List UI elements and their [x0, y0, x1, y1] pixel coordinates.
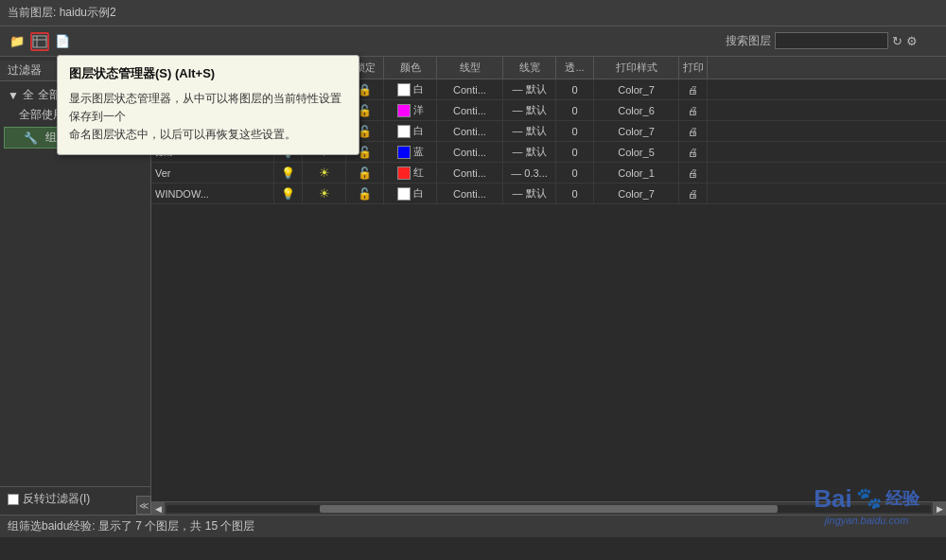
search-input[interactable] — [775, 32, 888, 49]
icon3[interactable]: 📄 — [53, 32, 72, 51]
layer-print-yang[interactable]: 🖨 — [679, 100, 708, 120]
color-swatch — [397, 104, 411, 117]
window-title: 当前图层: haidu示例2 — [8, 5, 116, 21]
baidu-jingyan-text: 经验 — [885, 487, 920, 510]
layer-print-style-ver: Color_1 — [594, 163, 679, 183]
printer-icon: 🖨 — [688, 188, 698, 200]
layer-print-style-eline: Color_7 — [594, 121, 679, 141]
printer-icon: 🖨 — [688, 147, 698, 158]
invert-filter-checkbox[interactable] — [8, 494, 19, 505]
layer-linetype-eline: Conti... — [437, 121, 503, 141]
baidu-paw-icon: 🐾 — [856, 486, 882, 511]
layer-on-ver[interactable]: 💡 — [274, 163, 303, 183]
layer-linetype-ver: Conti... — [437, 163, 503, 183]
lock-open-icon: 🔓 — [358, 187, 372, 201]
layer-trans-text: 0 — [556, 142, 594, 162]
layer-color-yang[interactable]: 洋 — [384, 100, 437, 120]
printer-icon: 🖨 — [688, 126, 698, 137]
layer-trans-0: 0 — [556, 79, 594, 99]
lock-closed-icon: 🔒 — [358, 83, 372, 96]
col-header-trans: 透... — [556, 57, 594, 79]
svg-rect-0 — [33, 36, 46, 47]
tooltip-line2: 命名图层状态中，以后可以再恢复这些设置。 — [69, 128, 296, 141]
printer-icon: 🖨 — [688, 105, 698, 116]
light-icon: 💡 — [281, 166, 295, 180]
collapse-panel-btn[interactable]: ≪ — [136, 496, 151, 515]
layer-color-ver[interactable]: 红 — [384, 163, 437, 183]
layer-linetype-text: Conti... — [437, 142, 503, 162]
col-header-color: 颜色 — [384, 57, 437, 79]
layer-trans-yang: 0 — [556, 100, 594, 120]
layer-color-text[interactable]: 蓝 — [384, 142, 437, 162]
layer-lineweight-ver: — 0.3... — [503, 163, 556, 183]
layer-color-eline[interactable]: 白 — [384, 121, 437, 141]
top-bar: 当前图层: haidu示例2 — [0, 0, 946, 26]
tooltip-body: 显示图层状态管理器，从中可以将图层的当前特性设置保存到一个 命名图层状态中，以后… — [69, 90, 347, 145]
col-header-linetype: 线型 — [437, 57, 503, 79]
layer-print-style-text: Color_5 — [594, 142, 679, 162]
printer-icon: 🖨 — [688, 167, 698, 179]
tooltip-line1: 显示图层状态管理器，从中可以将图层的当前特性设置保存到一个 — [69, 92, 342, 123]
layer-freeze-window[interactable]: ☀ — [303, 184, 346, 203]
lock-open-icon: 🔓 — [358, 146, 372, 159]
layer-on-window[interactable]: 💡 — [274, 184, 303, 203]
search-area: 搜索图层 ↻ ⚙ — [726, 32, 918, 49]
scroll-thumb[interactable] — [320, 505, 779, 513]
folder-icon[interactable]: 📁 — [8, 32, 26, 51]
scroll-left-btn[interactable]: ◀ — [151, 502, 165, 516]
layer-lineweight-eline: — 默认 — [503, 121, 556, 141]
col-header-print-style: 打印样式 — [594, 57, 679, 79]
layer-lineweight-0: — 默认 — [503, 79, 556, 99]
filter-all-label: 全 — [23, 87, 34, 103]
layer-color-window[interactable]: 白 — [384, 184, 437, 203]
table-row[interactable]: WINDOW... 💡 ☀ 🔓 白 Conti... — 默认 0 Color_… — [151, 184, 946, 204]
invert-filter-label: 反转过滤器(I) — [23, 491, 90, 507]
color-swatch — [397, 125, 411, 138]
baidu-url: jingyan.baidu.com — [825, 514, 909, 527]
layer-trans-eline: 0 — [556, 121, 594, 141]
layer-state-icon[interactable] — [30, 32, 49, 51]
layer-lineweight-yang: — 默认 — [503, 100, 556, 120]
layer-print-style-window: Color_7 — [594, 184, 679, 203]
layer-name-window: WINDOW... — [151, 184, 274, 203]
lock-open-icon: 🔓 — [358, 104, 372, 117]
color-swatch — [397, 166, 411, 180]
refresh-icon[interactable]: ↻ — [892, 34, 902, 48]
layer-linetype-window: Conti... — [437, 184, 503, 203]
layer-print-ver[interactable]: 🖨 — [679, 163, 708, 183]
layer-lineweight-window: — 默认 — [503, 184, 556, 203]
layer-trans-window: 0 — [556, 184, 594, 203]
light-icon: 💡 — [281, 187, 295, 201]
layer-color-0[interactable]: 白 — [384, 79, 437, 99]
layer-lock-ver[interactable]: 🔓 — [346, 163, 384, 183]
layer-print-style-yang: Color_6 — [594, 100, 679, 120]
lock-open-icon: 🔓 — [358, 166, 372, 180]
tooltip-title: 图层状态管理器(S) (Alt+S) — [69, 65, 347, 82]
layer-lineweight-text: — 默认 — [503, 142, 556, 162]
table-row[interactable]: Ver 💡 ☀ 🔓 红 Conti... — 0.3... 0 Color_1 … — [151, 163, 946, 184]
sun-icon-freeze: ☀ — [319, 186, 330, 201]
layer-trans-ver: 0 — [556, 163, 594, 183]
layer-linetype-0: Conti... — [437, 79, 503, 99]
baidu-logo: Bai 🐾 经验 — [814, 484, 919, 514]
color-swatch — [397, 83, 411, 96]
layer-print-eline[interactable]: 🖨 — [679, 121, 708, 141]
baidu-watermark: Bai 🐾 经验 jingyan.baidu.com — [791, 477, 942, 534]
layer-name-ver: Ver — [151, 163, 274, 183]
filter-bottom: 反转过滤器(I) — [0, 486, 150, 511]
printer-icon: 🖨 — [688, 84, 698, 96]
layer-print-text[interactable]: 🖨 — [679, 142, 708, 162]
layer-print-window[interactable]: 🖨 — [679, 184, 708, 203]
status-text: 组筛选baidu经验: 显示了 7 个图层，共 15 个图层 — [8, 518, 254, 534]
col-header-print: 打印 — [679, 57, 708, 79]
layer-print-0[interactable]: 🖨 — [679, 79, 708, 99]
layer-freeze-ver[interactable]: ☀ — [303, 163, 346, 183]
layer-lock-window[interactable]: 🔓 — [346, 184, 384, 203]
settings-icon[interactable]: ⚙ — [906, 34, 918, 48]
tooltip-popup: 图层状态管理器(S) (Alt+S) 显示图层状态管理器，从中可以将图层的当前特… — [57, 55, 359, 155]
sun-icon-freeze: ☀ — [319, 166, 330, 180]
layer-linetype-yang: Conti... — [437, 100, 503, 120]
filter-group-icon: 🔧 — [24, 131, 38, 145]
lock-open-icon: 🔓 — [358, 125, 372, 138]
col-header-lineweight: 线宽 — [503, 57, 556, 79]
